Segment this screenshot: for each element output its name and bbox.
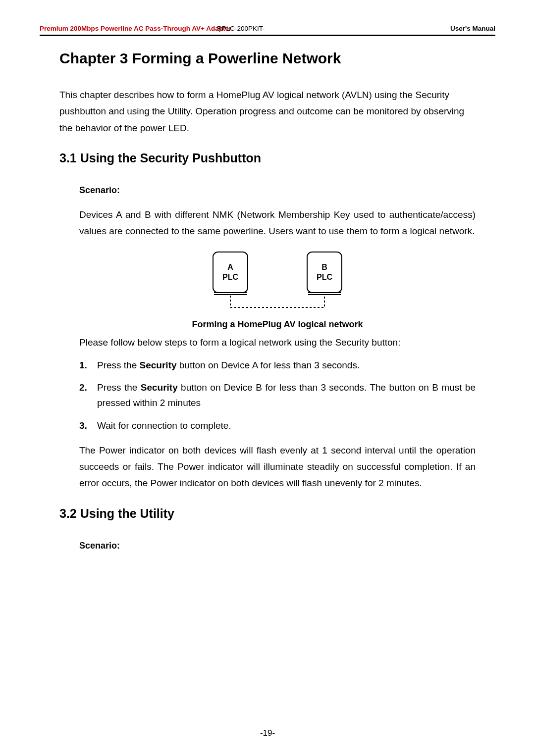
step-2-text: Press the Security button on Device B fo…	[97, 380, 476, 411]
page-header: Premium 200Mbps Powerline AC Pass-Throug…	[40, 25, 495, 34]
header-product-name: Premium 200Mbps Powerline AC Pass-Throug…	[40, 25, 265, 32]
section-3-2-title: 3.2 Using the Utility	[59, 506, 476, 521]
header-left-bold: Premium 200Mbps Powerline AC Pass-Throug…	[40, 25, 231, 32]
step-1-number: 1.	[79, 357, 97, 373]
chapter-title: Chapter 3 Forming a Powerline Network	[59, 50, 476, 67]
page-number: -19-	[0, 728, 535, 738]
steps-list: 1. Press the Security button on Device A…	[79, 357, 476, 433]
diagram-label-plc-a: PLC	[222, 273, 238, 281]
diagram-caption: Forming a HomePlug AV logical network	[79, 319, 476, 330]
document-page: Premium 200Mbps Powerline AC Pass-Throug…	[0, 0, 535, 756]
step-1: 1. Press the Security button on Device A…	[79, 357, 476, 373]
step-3-text: Wait for connection to complete.	[97, 418, 476, 433]
step-3-number: 3.	[79, 418, 97, 433]
section-3-1-body: Scenario: Devices A and B with different…	[59, 185, 476, 492]
header-manual-label: User's Manual	[450, 25, 495, 32]
diagram-label-plc-b: PLC	[317, 273, 332, 281]
section-3-1-title: 3.1 Using the Security Pushbutton	[59, 151, 476, 165]
step-2-number: 2.	[79, 380, 97, 411]
diagram-label-a: A	[227, 263, 233, 271]
steps-intro: Please follow below steps to form a logi…	[79, 335, 476, 350]
header-divider	[40, 35, 495, 36]
step-3: 3. Wait for connection to complete.	[79, 418, 476, 433]
scenario-text-31: Devices A and B with different NMK (Netw…	[79, 206, 476, 240]
section-3-2-body: Scenario:	[59, 541, 476, 551]
scenario-label-31: Scenario:	[79, 185, 476, 196]
plc-diagram-svg: A PLC B PLC	[203, 248, 352, 312]
svg-rect-3	[307, 252, 342, 293]
scenario-label-32: Scenario:	[79, 541, 476, 551]
page-content: Chapter 3 Forming a Powerline Network Th…	[40, 50, 495, 551]
header-model: - RPLC-200PKIT-	[213, 25, 265, 32]
diagram-label-b: B	[321, 263, 327, 271]
outcome-text: The Power indicator on both devices will…	[79, 442, 476, 492]
step-2: 2. Press the Security button on Device B…	[79, 380, 476, 411]
svg-rect-0	[213, 252, 248, 293]
chapter-intro: This chapter describes how to form a Hom…	[59, 87, 476, 136]
network-diagram: A PLC B PLC	[79, 248, 476, 312]
step-1-text: Press the Security button on Device A fo…	[97, 357, 476, 373]
